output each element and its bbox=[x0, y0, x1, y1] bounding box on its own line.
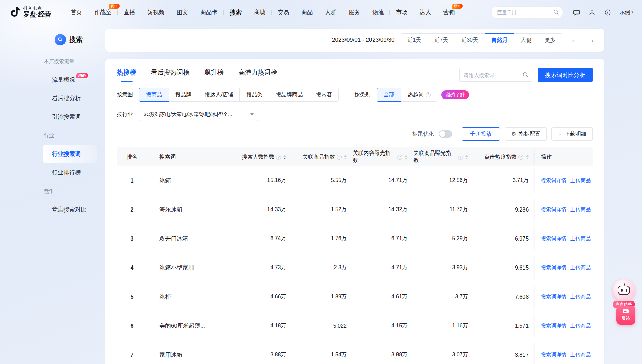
intent-chip[interactable]: 搜品牌商品 bbox=[269, 88, 309, 102]
user-icon[interactable] bbox=[589, 9, 595, 16]
nav-item[interactable]: 商品 bbox=[301, 8, 313, 16]
message-icon[interactable] bbox=[573, 9, 580, 16]
sample-menu[interactable]: 示例 ▾ bbox=[620, 9, 633, 16]
sidebar-entry[interactable]: 看后搜分析 bbox=[43, 89, 97, 108]
intent-chip[interactable]: 搜品类 bbox=[239, 88, 269, 102]
date-preset-button[interactable]: 近1天 bbox=[401, 33, 428, 47]
upload-product-link[interactable]: 上传商品 bbox=[570, 235, 591, 242]
nav-item[interactable]: 搜索 bbox=[230, 8, 242, 17]
nav-item[interactable]: 达人 bbox=[419, 8, 431, 16]
search-icon[interactable] bbox=[522, 72, 529, 78]
intent-chip[interactable]: 搜商品 bbox=[139, 88, 169, 102]
tab[interactable]: 热搜榜 bbox=[117, 68, 136, 82]
sidebar-entry[interactable]: 竞店搜索对比 bbox=[43, 200, 97, 219]
tab[interactable]: 高潜力热词榜 bbox=[238, 68, 277, 82]
nav-item[interactable]: 人群 bbox=[325, 8, 336, 16]
date-preset-button[interactable]: 更多 bbox=[538, 33, 562, 47]
nav-item[interactable]: 商品卡 bbox=[200, 8, 217, 16]
intent-chips: 搜商品 搜品牌 搜达人/店铺 搜品类 搜品牌商品 bbox=[139, 88, 339, 102]
date-preset-button[interactable]: 自然月 bbox=[485, 33, 514, 47]
search-detail-link[interactable]: 搜索词详情 bbox=[541, 293, 566, 300]
upload-product-link[interactable]: 上传商品 bbox=[570, 264, 591, 271]
category-chip[interactable]: 热趋词 bbox=[401, 88, 437, 102]
keyword-search-input[interactable] bbox=[459, 68, 532, 82]
compare-analysis-button[interactable]: 搜索词对比分析 bbox=[538, 68, 593, 82]
search-detail-link[interactable]: 搜索词详情 bbox=[541, 264, 566, 271]
content-exposure-cell: 14.32万 bbox=[353, 195, 413, 224]
search-detail-link[interactable]: 搜索词详情 bbox=[541, 177, 566, 184]
search-detail-link[interactable]: 搜索词详情 bbox=[541, 206, 566, 213]
nav-item[interactable]: 交易 bbox=[278, 8, 289, 16]
rank-cell: 7 bbox=[117, 340, 147, 364]
sidebar-entry: 竞争 bbox=[44, 182, 105, 200]
upload-product-link[interactable]: 上传商品 bbox=[570, 323, 591, 329]
col-product-exposure-index[interactable]: 关联商品曝光指数 bbox=[413, 147, 474, 166]
upload-product-link[interactable]: 上传商品 bbox=[570, 293, 591, 300]
click-heat-cell: 3.71万 bbox=[474, 166, 535, 195]
nav-item[interactable]: 服务 bbox=[349, 8, 360, 16]
col-click-heat-index[interactable]: 点击热度指数 bbox=[474, 147, 535, 166]
sidebar-entry[interactable]: 行业排行榜 bbox=[43, 163, 97, 182]
date-preset-button[interactable]: 近7天 bbox=[428, 33, 455, 47]
merchant-assistant[interactable]: 商家助手 bbox=[610, 279, 637, 308]
download-detail-button[interactable]: ↓ 下载明细 bbox=[551, 127, 593, 141]
nav-item[interactable]: 直播 bbox=[124, 8, 135, 16]
trend-badge[interactable]: 趋势了解 bbox=[441, 90, 469, 99]
sidebar-entry[interactable]: 流量概况 NEW bbox=[43, 71, 97, 89]
sidebar-entry[interactable]: 行业搜索词 bbox=[43, 145, 97, 163]
help-icon[interactable] bbox=[458, 155, 463, 160]
next-period-button[interactable]: → bbox=[586, 35, 597, 46]
nav-item[interactable]: 图文 bbox=[177, 8, 188, 16]
sort-icon[interactable] bbox=[526, 155, 529, 159]
search-icon[interactable] bbox=[553, 9, 559, 17]
upload-product-link[interactable]: 上传商品 bbox=[570, 352, 591, 358]
help-icon[interactable] bbox=[397, 155, 402, 160]
intent-chip[interactable]: 搜达人/店铺 bbox=[198, 88, 240, 102]
category-chip[interactable]: 全部 bbox=[377, 88, 401, 102]
metric-config-button[interactable]: ⚙ 指标配置 bbox=[505, 127, 547, 141]
help-icon[interactable] bbox=[518, 155, 523, 160]
top-icons bbox=[573, 9, 611, 16]
date-range[interactable]: 2023/09/01 - 2023/09/30 bbox=[332, 37, 394, 44]
nav-item[interactable]: 商城 bbox=[254, 8, 265, 16]
prev-period-button[interactable]: ← bbox=[569, 35, 580, 46]
top-search-input[interactable] bbox=[491, 6, 563, 19]
sidebar-entry[interactable]: 引流搜索词 bbox=[43, 108, 97, 126]
actions-cell: 搜索词详情 上传商品 bbox=[535, 311, 593, 340]
title-optimize-toggle[interactable] bbox=[439, 130, 452, 138]
nav-item[interactable]: 物流 bbox=[372, 8, 384, 16]
col-search-index[interactable]: 搜索人数指数 bbox=[232, 147, 292, 166]
industry-select[interactable]: 3C数码家电/大家电/冰箱/冰吧/冰柜/全... bbox=[139, 108, 258, 121]
col-actions: 操作 bbox=[535, 147, 593, 166]
nav-item[interactable]: 作战室 双11 bbox=[94, 8, 111, 16]
col-product-index[interactable]: 关联商品指数 bbox=[292, 147, 353, 166]
help-icon[interactable] bbox=[276, 155, 281, 160]
tab[interactable]: 看后搜热词榜 bbox=[151, 68, 189, 82]
nav-item[interactable]: 市场 bbox=[396, 8, 407, 16]
search-detail-link[interactable]: 搜索词详情 bbox=[541, 352, 566, 358]
sort-icon[interactable] bbox=[283, 155, 286, 159]
actions-cell: 搜索词详情 上传商品 bbox=[535, 224, 593, 253]
nav-item[interactable]: 短视频 bbox=[147, 8, 164, 16]
feedback-button[interactable]: 反馈 bbox=[616, 306, 635, 325]
tab[interactable]: 飙升榜 bbox=[204, 68, 224, 82]
app-logo[interactable]: 抖音电商 罗盘·经营 bbox=[9, 6, 51, 19]
col-content-exposure-index[interactable]: 关联内容曝光指数 bbox=[353, 147, 413, 166]
date-preset-button[interactable]: 近30天 bbox=[455, 33, 485, 47]
category-chips: 全部 热趋词 bbox=[377, 88, 437, 102]
sort-icon[interactable] bbox=[405, 155, 407, 159]
help-icon[interactable] bbox=[337, 155, 342, 160]
date-preset-button[interactable]: 大促 bbox=[514, 33, 538, 47]
nav-item[interactable]: 首页 bbox=[71, 8, 82, 16]
search-detail-link[interactable]: 搜索词详情 bbox=[541, 235, 566, 242]
nav-item[interactable]: 营销 双11 bbox=[443, 8, 455, 16]
sort-icon[interactable] bbox=[465, 155, 468, 159]
qianchuan-button[interactable]: 千川投放 bbox=[462, 127, 500, 141]
sort-icon[interactable] bbox=[344, 155, 347, 159]
info-icon[interactable] bbox=[604, 9, 611, 16]
intent-chip[interactable]: 搜内容 bbox=[309, 88, 339, 102]
intent-chip[interactable]: 搜品牌 bbox=[169, 88, 198, 102]
upload-product-link[interactable]: 上传商品 bbox=[570, 206, 591, 213]
upload-product-link[interactable]: 上传商品 bbox=[570, 177, 591, 184]
search-detail-link[interactable]: 搜索词详情 bbox=[541, 323, 566, 329]
